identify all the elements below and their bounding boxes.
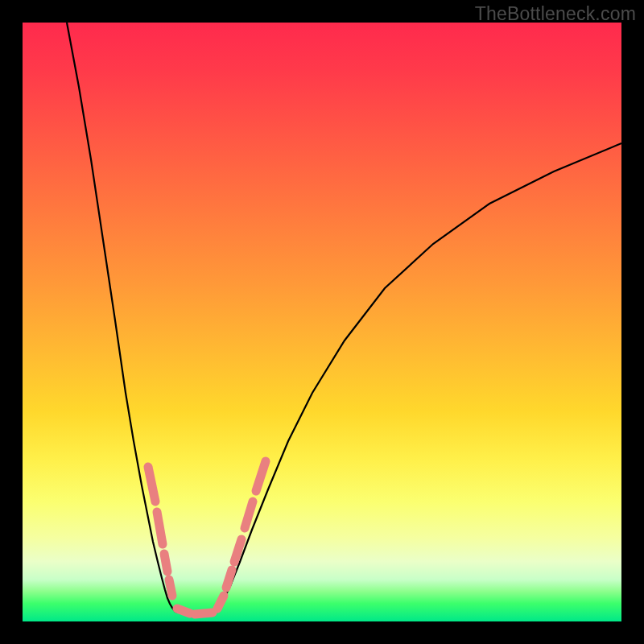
marker-segment: [169, 580, 172, 596]
chart-plot-area: [23, 23, 621, 621]
curve-path: [67, 23, 621, 614]
bottleneck-curve: [23, 23, 621, 621]
marker-segment: [148, 467, 155, 502]
chart-frame: TheBottleneck.com: [0, 0, 644, 644]
marker-segment: [245, 502, 253, 528]
marker-segment: [256, 461, 266, 491]
watermark-text: TheBottleneck.com: [475, 3, 636, 25]
marker-segment: [217, 596, 224, 609]
marker-segment: [164, 554, 167, 572]
marker-segment: [195, 613, 213, 614]
marker-segment: [177, 609, 190, 613]
marker-segment: [157, 512, 163, 544]
marker-segment: [226, 570, 232, 588]
